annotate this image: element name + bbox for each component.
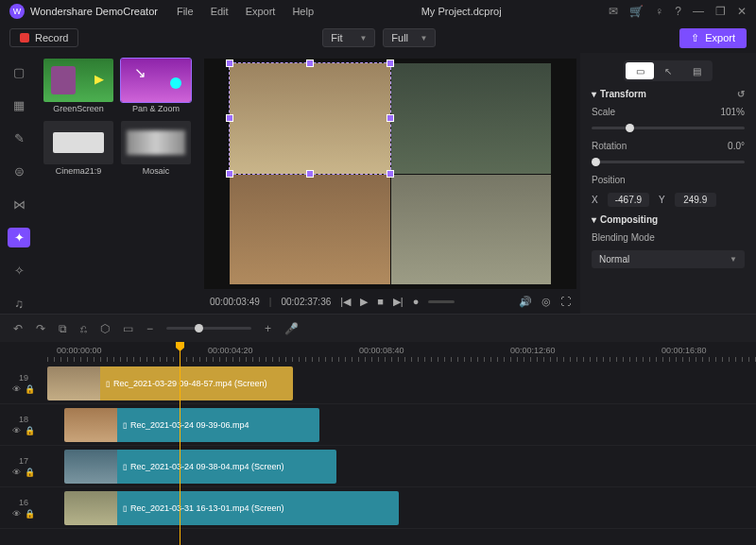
speed-icon[interactable]: ▭ xyxy=(123,322,133,335)
minimize-icon[interactable]: — xyxy=(693,5,704,18)
resize-handle[interactable] xyxy=(387,114,394,122)
video-quadrant[interactable] xyxy=(230,175,390,285)
cart-icon[interactable]: 🛒 xyxy=(629,5,644,18)
play-icon[interactable]: ▶ xyxy=(360,296,368,308)
visibility-icon[interactable]: 👁 xyxy=(12,426,21,435)
menu-edit[interactable]: Edit xyxy=(211,6,229,17)
zoom-out-icon[interactable]: − xyxy=(146,322,153,335)
help-icon[interactable]: ? xyxy=(675,5,681,18)
clip[interactable]: ▯Rec_2021-03-24 09-39-06.mp4 xyxy=(64,408,319,442)
play-position: 00:00:03:49 xyxy=(210,297,260,307)
visibility-icon[interactable]: 👁 xyxy=(12,384,21,394)
audio-icon[interactable]: ♫ xyxy=(8,294,30,314)
effect-pan-zoom[interactable]: Pan & Zoom xyxy=(121,59,191,113)
snapshot-icon[interactable]: ◎ xyxy=(541,296,551,308)
clip[interactable]: ▯Rec_2021-03-24 09-38-04.mp4 (Screen) xyxy=(64,450,336,484)
next-frame-icon[interactable]: ▶| xyxy=(393,296,404,308)
menu-export[interactable]: Export xyxy=(246,6,276,17)
compositing-section[interactable]: ▾ Compositing xyxy=(592,214,745,225)
scale-slider[interactable] xyxy=(592,127,745,129)
tab-video[interactable]: ▭ xyxy=(626,62,654,79)
resize-handle[interactable] xyxy=(306,60,314,67)
tab-cursor[interactable]: ↖ xyxy=(654,62,682,79)
visibility-icon[interactable]: 👁 xyxy=(12,509,21,519)
effect-greenscreen[interactable]: GreenScreen xyxy=(43,59,113,113)
transform-section[interactable]: ▾ Transform ↺ xyxy=(592,89,745,99)
video-icon: ▯ xyxy=(123,463,127,471)
resize-handle[interactable] xyxy=(387,60,394,67)
playback-quality-select[interactable]: Full▼ xyxy=(383,28,436,47)
mic-icon[interactable]: 🎤 xyxy=(284,322,299,335)
blending-label: Blending Mode xyxy=(592,232,655,243)
split-icon[interactable]: ⎌ xyxy=(80,322,87,335)
folder-icon[interactable]: ▢ xyxy=(8,62,30,82)
lock-icon[interactable]: 🔒 xyxy=(25,426,35,435)
menu-help[interactable]: Help xyxy=(292,6,314,17)
lock-icon[interactable]: 🔒 xyxy=(25,468,35,477)
tracks: 19 👁🔒 ▯Rec_2021-03-29 09-48-57.mp4 (Scre… xyxy=(0,363,756,529)
timeline-ruler[interactable]: 00:00:00:00 00:00:04:20 00:00:08:40 00:0… xyxy=(47,342,756,363)
position-x-input[interactable]: -467.9 xyxy=(608,193,649,207)
resize-handle[interactable] xyxy=(226,60,233,67)
zoom-slider[interactable] xyxy=(166,327,251,330)
marker-icon[interactable]: ⬡ xyxy=(100,322,110,335)
zoom-in-icon[interactable]: + xyxy=(265,322,271,335)
redo-icon[interactable]: ↷ xyxy=(36,322,45,335)
preview-canvas[interactable] xyxy=(230,63,551,284)
account-icon[interactable]: ♀ xyxy=(655,5,663,18)
effect-cinema219[interactable]: Cinema21:9 xyxy=(43,121,113,176)
playhead[interactable] xyxy=(180,342,180,545)
clip[interactable]: ▯Rec_2021-03-29 09-48-57.mp4 (Screen) xyxy=(47,366,293,400)
visibility-icon[interactable]: 👁 xyxy=(12,468,21,477)
crop-icon[interactable]: ⧉ xyxy=(59,322,67,335)
effect-mosaic[interactable]: Mosaic xyxy=(121,121,191,176)
rotation-value: 0.0° xyxy=(728,141,745,151)
tab-audio[interactable]: ▤ xyxy=(682,62,711,79)
reset-icon[interactable]: ↺ xyxy=(737,89,745,99)
video-quadrant[interactable] xyxy=(391,63,552,174)
annotation-icon[interactable]: ✎ xyxy=(8,128,30,148)
track-row: 19 👁🔒 ▯Rec_2021-03-29 09-48-57.mp4 (Scre… xyxy=(0,363,756,404)
message-icon[interactable]: ✉ xyxy=(609,5,618,18)
video-quadrant[interactable] xyxy=(391,175,552,285)
close-icon[interactable]: ✕ xyxy=(737,5,747,18)
clip[interactable]: ▯Rec_2021-03-31 16-13-01.mp4 (Screen) xyxy=(64,491,399,525)
resize-handle[interactable] xyxy=(226,114,233,122)
titlebar: W Wondershare DemoCreator File Edit Expo… xyxy=(0,0,756,23)
resize-handle[interactable] xyxy=(387,170,394,178)
main-area: ▢ ▦ ✎ ⊜ ⋈ ✦ ✧ ♫ GreenScreen Pan & Zoom C… xyxy=(0,53,756,314)
track-head: 19 👁🔒 xyxy=(0,373,47,394)
volume-slider[interactable] xyxy=(428,300,455,303)
lock-icon[interactable]: 🔒 xyxy=(25,384,35,394)
template-icon[interactable]: ▦ xyxy=(8,95,30,115)
menu-file[interactable]: File xyxy=(177,6,194,17)
fullscreen-icon[interactable]: ⛶ xyxy=(560,296,571,307)
duration: 00:02:37:36 xyxy=(281,297,331,307)
resize-handle[interactable] xyxy=(306,170,314,178)
effects-icon[interactable]: ✦ xyxy=(8,228,30,247)
timeline: 00:00:00:00 00:00:04:20 00:00:08:40 00:0… xyxy=(0,342,756,545)
resize-handle[interactable] xyxy=(226,170,233,178)
maximize-icon[interactable]: ❐ xyxy=(715,5,726,18)
volume-icon[interactable]: 🔊 xyxy=(519,296,532,308)
track-row: 17 👁🔒 ▯Rec_2021-03-24 09-38-04.mp4 (Scre… xyxy=(0,446,756,487)
undo-icon[interactable]: ↶ xyxy=(13,322,23,335)
track-number: 17 xyxy=(19,456,28,466)
loop-icon[interactable]: ● xyxy=(413,296,420,307)
caption-icon[interactable]: ⊜ xyxy=(8,162,30,181)
rotation-slider[interactable] xyxy=(592,161,745,163)
scale-label: Scale xyxy=(592,107,615,117)
blending-mode-select[interactable]: Normal ▼ xyxy=(592,250,745,268)
position-y-input[interactable]: 249.9 xyxy=(675,193,716,207)
video-icon: ▯ xyxy=(106,380,110,388)
pin-icon[interactable]: ✧ xyxy=(8,261,30,281)
chevron-down-icon: ▾ xyxy=(592,89,596,99)
lock-icon[interactable]: 🔒 xyxy=(25,509,35,519)
record-button[interactable]: Record xyxy=(9,28,78,47)
transition-icon[interactable]: ⋈ xyxy=(8,195,30,214)
stop-icon[interactable]: ■ xyxy=(377,296,384,307)
export-button[interactable]: ⇧ Export xyxy=(679,28,747,48)
video-quadrant[interactable] xyxy=(230,63,390,174)
fit-select[interactable]: Fit▼ xyxy=(322,28,375,47)
prev-frame-icon[interactable]: |◀ xyxy=(340,296,351,308)
